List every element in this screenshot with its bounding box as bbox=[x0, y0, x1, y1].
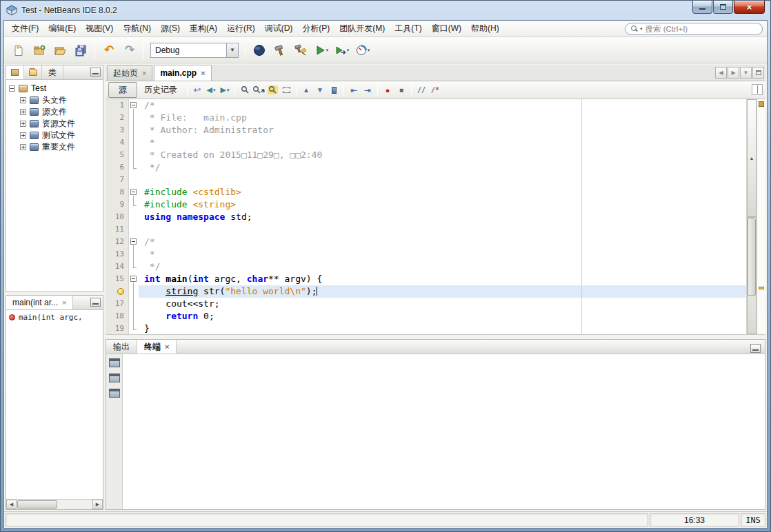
code-text[interactable]: using namespace std; bbox=[139, 211, 746, 223]
expand-handle[interactable] bbox=[20, 109, 26, 115]
collapse-handle[interactable] bbox=[9, 85, 15, 92]
save-all-button[interactable] bbox=[71, 41, 90, 60]
tree-item[interactable]: 测试文件 bbox=[8, 130, 103, 141]
expand-handle[interactable] bbox=[20, 144, 26, 150]
build-project-button[interactable] bbox=[270, 41, 290, 60]
code-text[interactable]: /* bbox=[139, 99, 746, 112]
code-line[interactable]: 13 * bbox=[106, 248, 746, 260]
code-text[interactable]: */ bbox=[139, 161, 746, 174]
remote-terminal-icon[interactable] bbox=[109, 374, 120, 382]
hint-mark[interactable] bbox=[759, 287, 764, 289]
scroll-up-icon[interactable]: ▲ bbox=[747, 99, 757, 217]
scrollbar-thumb[interactable] bbox=[748, 218, 756, 296]
scrollbar-thumb[interactable] bbox=[17, 500, 57, 509]
new-project-button[interactable] bbox=[30, 41, 49, 60]
tab-files[interactable] bbox=[24, 65, 42, 79]
maximize-editor-button[interactable] bbox=[752, 67, 764, 79]
chevron-down-icon[interactable]: ▾ bbox=[347, 48, 350, 53]
code-line[interactable]: 15int main(int argc, char** argv) { bbox=[106, 273, 746, 285]
scroll-left-icon[interactable]: ◀ bbox=[6, 500, 17, 509]
back-icon[interactable]: ◀▾ bbox=[204, 83, 218, 97]
code-text[interactable] bbox=[139, 223, 746, 236]
menu-item[interactable]: 导航(N) bbox=[118, 21, 156, 37]
code-line[interactable]: 7 bbox=[106, 174, 746, 186]
code-text[interactable]: */ bbox=[139, 260, 746, 273]
close-icon[interactable]: × bbox=[62, 299, 66, 307]
minimize-panel-button[interactable] bbox=[90, 68, 101, 76]
tab-start-page[interactable]: 起始页 × bbox=[107, 65, 152, 81]
code-text[interactable]: return 0; bbox=[139, 310, 746, 323]
code-text[interactable]: * Author: Administrator bbox=[139, 124, 746, 136]
navigator-item[interactable]: main(int argc, bbox=[6, 310, 103, 323]
code-line[interactable]: 8#include <cstdlib> bbox=[106, 186, 746, 198]
code-area[interactable]: 1/*2 * File: main.cpp3 * Author: Adminis… bbox=[106, 99, 746, 334]
quick-search-input[interactable]: ▾ 搜索 (Ctrl+I) bbox=[625, 23, 763, 35]
find-selection-icon[interactable]: a bbox=[252, 83, 266, 97]
code-text[interactable]: * Created on 2015□11□29□, □□2:40 bbox=[139, 149, 746, 161]
profile-project-button[interactable]: ▾ bbox=[353, 41, 372, 60]
tab-main-cpp[interactable]: main.cpp × bbox=[154, 65, 211, 81]
tree-root[interactable]: Test bbox=[8, 83, 103, 94]
minimize-button[interactable] bbox=[692, 1, 712, 14]
code-text[interactable]: #include <cstdlib> bbox=[139, 186, 746, 198]
code-line[interactable]: 18 return 0; bbox=[106, 310, 746, 323]
tab-projects[interactable] bbox=[6, 65, 24, 79]
menu-item[interactable]: 工具(T) bbox=[390, 21, 426, 37]
menu-item[interactable]: 源(S) bbox=[156, 21, 185, 37]
redo-button[interactable]: ↷ bbox=[120, 41, 139, 60]
code-line[interactable]: 1/* bbox=[106, 99, 746, 112]
menu-item[interactable]: 视图(V) bbox=[81, 21, 118, 37]
minimize-panel-button[interactable] bbox=[750, 344, 761, 353]
error-stripe-status-badge[interactable] bbox=[759, 101, 764, 107]
tree-item[interactable]: 资源文件 bbox=[8, 118, 103, 130]
last-edit-icon[interactable]: ↩ bbox=[190, 83, 204, 97]
menu-item[interactable]: 团队开发(M) bbox=[334, 21, 390, 37]
clean-build-button[interactable] bbox=[291, 41, 310, 60]
code-line[interactable]: 10using namespace std; bbox=[106, 211, 746, 223]
configuration-combobox[interactable]: Debug ▼ bbox=[150, 43, 239, 58]
code-text[interactable]: /* bbox=[139, 236, 746, 248]
menu-item[interactable]: 分析(P) bbox=[297, 21, 334, 37]
editor-vscrollbar[interactable]: ▲ ▼ bbox=[746, 99, 757, 334]
code-line[interactable]: 14 */ bbox=[106, 260, 746, 273]
toggle-bookmark-icon[interactable] bbox=[327, 83, 341, 97]
fold-collapse-icon[interactable] bbox=[130, 276, 137, 282]
undo-button[interactable]: ↶ bbox=[99, 41, 119, 60]
error-stripe[interactable] bbox=[757, 99, 765, 334]
code-text[interactable]: * File: main.cpp bbox=[139, 112, 746, 124]
hint-bulb-icon[interactable] bbox=[117, 288, 124, 295]
code-text[interactable]: int main(int argc, char** argv) { bbox=[139, 273, 746, 285]
code-text[interactable]: cout<<str; bbox=[139, 298, 746, 310]
tree-item[interactable]: 头文件 bbox=[8, 94, 103, 106]
toggle-highlight-icon[interactable] bbox=[266, 83, 279, 97]
forward-icon[interactable]: ▶▾ bbox=[218, 83, 232, 97]
menu-item[interactable]: 文件(F) bbox=[7, 21, 43, 37]
code-text[interactable]: #include <string> bbox=[139, 198, 746, 211]
find-icon[interactable] bbox=[238, 83, 252, 97]
debug-project-button[interactable]: ▾ bbox=[332, 41, 352, 60]
code-line[interactable]: string str("hello world\n"); bbox=[106, 285, 746, 298]
run-project-button[interactable]: ▾ bbox=[312, 41, 331, 60]
code-text[interactable] bbox=[139, 174, 746, 186]
expand-handle[interactable] bbox=[20, 121, 26, 127]
uncomment-icon[interactable]: /* bbox=[428, 83, 442, 97]
window-titlebar[interactable]: Test - NetBeans IDE 8.0.2 × bbox=[1, 1, 770, 20]
fold-collapse-icon[interactable] bbox=[130, 102, 137, 108]
fold-column[interactable] bbox=[129, 99, 139, 112]
menu-item[interactable]: 帮助(H) bbox=[466, 21, 504, 37]
code-text[interactable]: * bbox=[139, 136, 746, 149]
tab-list-dropdown-button[interactable]: ▼ bbox=[740, 67, 752, 79]
comment-icon[interactable]: // bbox=[414, 83, 428, 97]
close-icon[interactable]: × bbox=[165, 343, 169, 351]
menu-item[interactable]: 运行(R) bbox=[222, 21, 260, 37]
stop-macro-icon[interactable]: ■ bbox=[394, 83, 408, 97]
code-line[interactable]: 6 */ bbox=[106, 161, 746, 174]
split-editor-button[interactable] bbox=[752, 84, 763, 95]
scroll-right-icon[interactable]: ▶ bbox=[92, 500, 103, 509]
code-line[interactable]: 19} bbox=[106, 323, 746, 334]
code-line[interactable]: 2 * File: main.cpp bbox=[106, 112, 746, 124]
open-project-button[interactable] bbox=[50, 41, 70, 60]
menu-item[interactable]: 调试(D) bbox=[260, 21, 298, 37]
navigator-hscrollbar[interactable]: ◀ ▶ bbox=[6, 499, 103, 509]
scroll-tabs-left-button[interactable]: ◀ bbox=[715, 67, 727, 79]
